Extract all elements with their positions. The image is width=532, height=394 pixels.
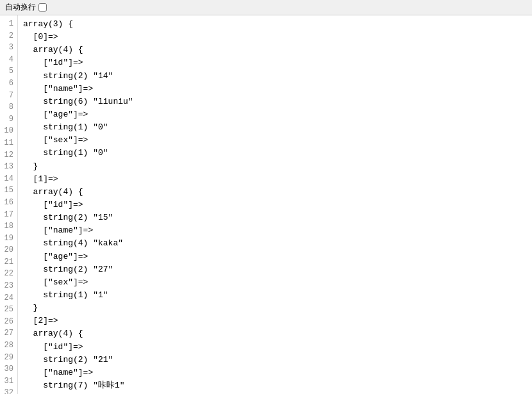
line-number: 20 <box>3 244 13 256</box>
code-line: array(3) { <box>23 18 527 31</box>
line-number: 31 <box>3 375 13 388</box>
line-number: 25 <box>3 304 13 316</box>
line-number: 8 <box>3 101 13 113</box>
line-number: 24 <box>3 292 13 304</box>
line-number: 26 <box>3 316 13 328</box>
line-number: 13 <box>3 161 13 173</box>
line-number: 32 <box>3 387 13 394</box>
code-line: string(1) "1" <box>23 289 527 302</box>
code-area: 1234567891011121314151617181920212223242… <box>0 15 532 394</box>
code-line: [1]=> <box>23 173 527 186</box>
code-line: string(2) "21" <box>23 354 527 366</box>
code-line: ["age"]=> <box>23 250 527 263</box>
code-line: string(2) "27" <box>23 263 527 276</box>
line-number: 4 <box>3 54 13 66</box>
auto-wrap-label: 自动换行 <box>5 2 36 13</box>
code-line: string(7) "咔咔1" <box>23 379 527 392</box>
line-number: 11 <box>3 137 13 149</box>
code-line: array(4) { <box>23 186 527 199</box>
code-line: ["sex"]=> <box>23 134 527 147</box>
code-line: ["id"]=> <box>23 341 527 354</box>
code-line: } <box>23 160 527 173</box>
code-line: string(6) "liuniu" <box>23 95 527 108</box>
line-number: 30 <box>3 363 13 375</box>
line-number: 14 <box>3 173 13 185</box>
code-line: [2]=> <box>23 315 527 327</box>
line-number: 5 <box>3 65 13 78</box>
line-number: 16 <box>3 197 13 209</box>
line-number: 29 <box>3 352 13 364</box>
line-number: 9 <box>3 113 13 126</box>
code-line: array(4) { <box>23 327 527 340</box>
line-number: 23 <box>3 280 13 292</box>
line-number: 6 <box>3 78 13 90</box>
line-numbers: 1234567891011121314151617181920212223242… <box>0 15 18 394</box>
line-number: 19 <box>3 233 13 245</box>
code-line: string(4) "kaka" <box>23 237 527 250</box>
line-number: 27 <box>3 327 13 340</box>
line-number: 18 <box>3 220 13 233</box>
line-number: 1 <box>3 18 13 30</box>
code-line: ["sex"]=> <box>23 276 527 289</box>
line-number: 7 <box>3 90 13 102</box>
line-number: 12 <box>3 149 13 161</box>
line-number: 2 <box>3 30 13 42</box>
line-number: 17 <box>3 209 13 221</box>
line-number: 15 <box>3 185 13 197</box>
code-line: string(1) "0" <box>23 147 527 160</box>
code-line: ["id"]=> <box>23 199 527 211</box>
code-line: string(1) "0" <box>23 121 527 134</box>
auto-wrap-checkbox[interactable] <box>38 3 47 12</box>
code-line: ["name"]=> <box>23 224 527 237</box>
toolbar: 自动换行 <box>0 0 532 15</box>
code-line: ["age"]=> <box>23 108 527 121</box>
line-number: 22 <box>3 268 13 280</box>
code-line: ["id"]=> <box>23 56 527 69</box>
line-number: 3 <box>3 42 13 54</box>
code-line: string(2) "15" <box>23 211 527 224</box>
line-number: 21 <box>3 256 13 268</box>
code-line: string(2) "14" <box>23 70 527 83</box>
line-number: 10 <box>3 125 13 137</box>
code-line: [0]=> <box>23 31 527 44</box>
code-line: ["name"]=> <box>23 366 527 379</box>
code-content: array(3) { [0]=> array(4) { ["id"]=> str… <box>18 15 532 394</box>
line-number: 28 <box>3 340 13 352</box>
code-line: } <box>23 302 527 315</box>
code-line: ["name"]=> <box>23 83 527 95</box>
code-line: array(4) { <box>23 44 527 56</box>
